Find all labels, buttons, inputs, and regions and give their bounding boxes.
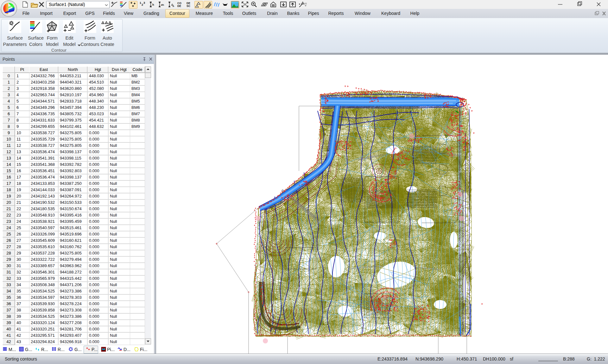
svg-text:3: 3: [143, 1, 145, 4]
svg-text:h: h: [173, 5, 174, 8]
svg-text:DE: DE: [177, 4, 181, 8]
svg-text:h: h: [152, 3, 154, 6]
svg-text:SC: SC: [187, 4, 190, 8]
svg-text:dh: dh: [161, 3, 164, 6]
svg-text:2: 2: [142, 3, 143, 6]
svg-text:1: 1: [140, 1, 141, 4]
